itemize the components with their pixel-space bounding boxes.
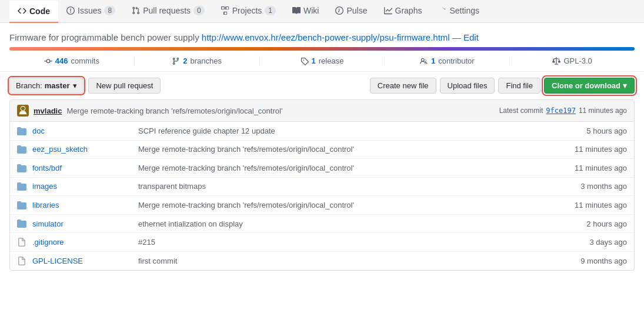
tab-graphs[interactable]: Graphs [376, 0, 431, 22]
file-time: 3 months ago [562, 182, 627, 191]
upload-files-button[interactable]: Upload files [440, 78, 495, 94]
file-name[interactable]: simulator [32, 219, 138, 228]
commit-time: 11 minutes ago [579, 107, 627, 115]
latest-commit-row: mvladic Merge remote-tracking branch 're… [10, 100, 634, 122]
file-commit-message: ethernet intialization on display [138, 219, 562, 228]
folder-icon [17, 200, 28, 210]
file-name[interactable]: fonts/bdf [32, 164, 138, 172]
license-label: GPL-3.0 [563, 56, 592, 65]
latest-commit-label: Latest commit [499, 107, 543, 115]
stat-license[interactable]: GPL-3.0 [510, 56, 635, 65]
file-commit-message: Merge remote-tracking branch 'refs/remot… [138, 201, 562, 209]
contributors-label: contributor [438, 56, 474, 65]
stat-contributors[interactable]: 1 contributor [385, 56, 510, 65]
action-right-group: Create new file Upload files Find file C… [370, 78, 635, 94]
file-commit-message: Merge remote-tracking branch 'refs/remot… [138, 145, 562, 154]
stat-releases[interactable]: 1 release [260, 56, 385, 65]
commit-message: Merge remote-tracking branch 'refs/remot… [66, 107, 494, 115]
table-row: .gitignore #215 3 days ago [10, 233, 634, 252]
folder-icon [17, 145, 28, 155]
new-pull-request-button[interactable]: New pull request [88, 78, 161, 94]
clone-caret-icon: ▾ [623, 81, 627, 90]
stat-commits[interactable]: 446 commits [9, 56, 135, 65]
releases-label: release [319, 56, 344, 65]
issues-badge: 8 [104, 6, 115, 15]
repo-description: Firmware for programmable bench power su… [0, 23, 644, 47]
table-row: doc SCPI reference guide chapter 12 upda… [10, 122, 634, 141]
folder-icon [17, 219, 28, 229]
avatar [17, 105, 29, 117]
file-icon [17, 256, 28, 266]
table-row: GPL-LICENSE first commit 9 months ago [10, 252, 634, 270]
file-commit-message: Merge remote-tracking branch 'refs/remot… [138, 164, 562, 172]
folder-icon [17, 182, 28, 192]
file-commit-message: first commit [138, 257, 562, 265]
tab-projects[interactable]: Projects 1 [213, 0, 284, 22]
table-row: libraries Merge remote-tracking branch '… [10, 196, 634, 215]
commit-meta: Latest commit 9fce197 11 minutes ago [499, 107, 627, 115]
clone-label: Clone or download [552, 81, 620, 90]
branch-selector[interactable]: Branch: master ▾ [9, 78, 84, 94]
branch-prefix: Branch: [16, 81, 42, 90]
action-bar: Branch: master ▾ New pull request Create… [0, 72, 644, 99]
tab-wiki[interactable]: Wiki [284, 0, 327, 22]
commit-sha[interactable]: 9fce197 [546, 107, 576, 115]
description-text: Firmware for programmable bench power su… [9, 32, 199, 42]
file-commit-message: #215 [138, 238, 562, 247]
commits-count[interactable]: 446 [55, 56, 68, 65]
table-row: images transparent bitmaps 3 months ago [10, 178, 634, 197]
contributors-count[interactable]: 1 [431, 56, 435, 65]
file-time: 2 hours ago [562, 219, 627, 228]
file-name[interactable]: eez_psu_sketch [32, 145, 138, 154]
description-edit[interactable]: Edit [463, 32, 479, 42]
file-name[interactable]: .gitignore [32, 238, 138, 247]
file-commit-message: SCPI reference guide chapter 12 update [138, 127, 562, 135]
file-name[interactable]: doc [32, 127, 138, 135]
tab-issues[interactable]: Issues 8 [58, 0, 124, 22]
tab-pulse[interactable]: Pulse [327, 0, 375, 22]
clone-or-download-button[interactable]: Clone or download ▾ [544, 78, 635, 94]
file-name[interactable]: libraries [32, 201, 138, 209]
commit-author[interactable]: mvladic [34, 107, 62, 115]
stats-row: 446 commits 2 branches 1 release 1 contr… [0, 51, 644, 72]
find-file-button[interactable]: Find file [498, 78, 540, 94]
stat-branches[interactable]: 2 branches [135, 56, 260, 65]
file-time: 11 minutes ago [562, 201, 627, 209]
branch-caret: ▾ [73, 81, 77, 90]
releases-count[interactable]: 1 [312, 56, 316, 65]
file-list: doc SCPI reference guide chapter 12 upda… [10, 122, 634, 270]
table-row: simulator ethernet intialization on disp… [10, 215, 634, 234]
file-time: 5 hours ago [562, 127, 627, 135]
file-time: 11 minutes ago [562, 145, 627, 154]
create-new-file-button[interactable]: Create new file [370, 78, 436, 94]
file-icon [17, 237, 28, 247]
projects-badge: 1 [265, 6, 276, 15]
table-row: fonts/bdf Merge remote-tracking branch '… [10, 159, 634, 178]
tab-settings[interactable]: Settings [430, 0, 488, 22]
branches-label: branches [191, 56, 222, 65]
pr-badge: 0 [193, 6, 205, 15]
file-name[interactable]: GPL-LICENSE [32, 257, 138, 265]
file-table: mvladic Merge remote-tracking branch 're… [9, 99, 635, 271]
branches-count[interactable]: 2 [183, 56, 187, 65]
branch-name: master [45, 81, 70, 90]
file-name[interactable]: images [32, 182, 138, 191]
repo-nav: Code Issues 8 Pull requests 0 Projects 1… [0, 0, 644, 23]
table-row: eez_psu_sketch Merge remote-tracking bra… [10, 141, 634, 159]
tab-code[interactable]: Code [9, 1, 58, 23]
description-link[interactable]: http://www.envox.hr/eez/bench-power-supp… [202, 32, 450, 42]
folder-icon [17, 126, 28, 136]
commits-label: commits [71, 56, 99, 65]
file-commit-message: transparent bitmaps [138, 182, 562, 191]
file-time: 11 minutes ago [562, 164, 627, 172]
file-time: 3 days ago [562, 238, 627, 247]
file-time: 9 months ago [562, 257, 627, 265]
tab-pull-requests[interactable]: Pull requests 0 [124, 0, 213, 22]
folder-icon [17, 163, 28, 173]
